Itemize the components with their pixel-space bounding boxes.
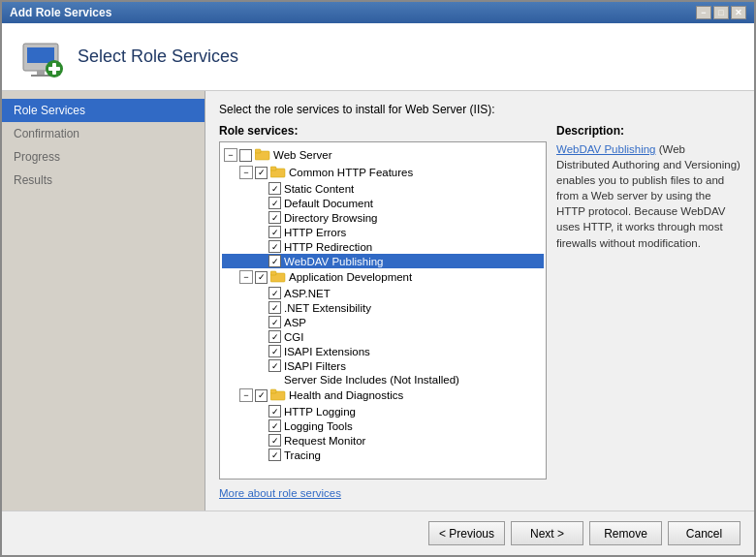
expand-button[interactable]: − xyxy=(224,148,237,162)
window-title: Add Role Services xyxy=(10,6,111,19)
description-content: WebDAV Publishing (Web Distributed Autho… xyxy=(556,141,740,251)
tree-item-label: Default Document xyxy=(284,198,373,209)
title-bar-buttons: − □ ✕ xyxy=(696,6,746,19)
role-services-panel: Role services: −Web Server−Common HTTP F… xyxy=(219,124,547,499)
maximize-button[interactable]: □ xyxy=(713,6,729,19)
tree-checkbox[interactable] xyxy=(239,149,252,162)
tree-item[interactable]: CGI xyxy=(222,329,544,344)
wizard-icon xyxy=(17,34,64,80)
tree-item-label: HTTP Redirection xyxy=(284,241,372,253)
tree-item-label: Tracing xyxy=(284,449,321,461)
sidebar-item-progress[interactable]: Progress xyxy=(2,145,205,169)
title-bar: Add Role Services − □ ✕ xyxy=(2,2,754,23)
sidebar: Role Services Confirmation Progress Resu… xyxy=(2,91,205,511)
tree-item[interactable]: Tracing xyxy=(222,448,544,462)
sidebar-item-confirmation[interactable]: Confirmation xyxy=(2,122,205,145)
tree-checkbox[interactable] xyxy=(268,301,281,314)
tree-item-label: .NET Extensibility xyxy=(284,302,371,314)
more-about-link[interactable]: More about role services xyxy=(219,487,341,499)
cancel-button[interactable]: Cancel xyxy=(668,521,740,545)
tree-checkbox[interactable] xyxy=(268,449,281,461)
tree-checkbox[interactable] xyxy=(268,255,281,267)
next-button[interactable]: Next > xyxy=(511,521,583,545)
tree-item-label: Health and Diagnostics xyxy=(289,389,403,401)
tree-checkbox[interactable] xyxy=(268,434,281,447)
description-panel: Description: WebDAV Publishing (Web Dist… xyxy=(556,124,740,499)
tree-item[interactable]: ISAPI Filters xyxy=(222,358,544,373)
tree-item[interactable]: ISAPI Extensions xyxy=(222,344,544,358)
tree-checkbox[interactable] xyxy=(255,389,268,402)
tree-checkbox[interactable] xyxy=(268,287,281,299)
svg-rect-8 xyxy=(255,149,261,153)
remove-button[interactable]: Remove xyxy=(589,521,662,545)
tree-checkbox[interactable] xyxy=(268,240,281,253)
tree-checkbox[interactable] xyxy=(268,211,281,224)
svg-rect-14 xyxy=(270,389,276,393)
wizard-title: Select Role Services xyxy=(78,46,238,67)
tree-item-label: ASP.NET xyxy=(284,288,331,299)
tree-item-label: WebDAV Publishing xyxy=(284,256,384,267)
tree-item[interactable]: Directory Browsing xyxy=(222,210,544,225)
svg-rect-10 xyxy=(270,167,276,170)
description-label: Description: xyxy=(556,124,740,138)
tree-checkbox[interactable] xyxy=(268,345,281,357)
svg-rect-3 xyxy=(31,75,50,77)
tree-checkbox[interactable] xyxy=(268,182,281,195)
expand-button[interactable]: − xyxy=(239,270,253,284)
tree-item[interactable]: Logging Tools xyxy=(222,418,544,433)
svg-rect-1 xyxy=(27,47,54,63)
tree-item[interactable]: HTTP Redirection xyxy=(222,239,544,254)
tree-checkbox[interactable] xyxy=(268,405,281,418)
tree-checkbox[interactable] xyxy=(255,271,268,284)
tree-item-label: Logging Tools xyxy=(284,420,353,432)
tree-item[interactable]: ASP.NET xyxy=(222,286,544,300)
role-services-tree[interactable]: −Web Server−Common HTTP FeaturesStatic C… xyxy=(219,141,547,480)
content-area: Select the role services to install for … xyxy=(205,91,754,511)
panel-row: Role services: −Web Server−Common HTTP F… xyxy=(219,124,740,499)
tree-checkbox[interactable] xyxy=(268,359,281,372)
tree-item-label: Directory Browsing xyxy=(284,212,378,224)
close-button[interactable]: ✕ xyxy=(731,6,746,19)
tree-item[interactable]: HTTP Logging xyxy=(222,404,544,418)
tree-item[interactable]: −Common HTTP Features xyxy=(222,164,544,181)
folder-icon xyxy=(270,269,286,285)
tree-item-label: ISAPI Filters xyxy=(284,360,346,372)
previous-button[interactable]: < Previous xyxy=(428,521,505,545)
expand-button[interactable]: − xyxy=(239,166,253,179)
role-services-label: Role services: xyxy=(219,124,547,138)
svg-rect-12 xyxy=(270,271,276,275)
tree-item[interactable]: WebDAV Publishing xyxy=(222,254,544,268)
tree-item-label: Application Development xyxy=(289,271,412,283)
tree-item-label: CGI xyxy=(284,331,303,343)
footer: < Previous Next > Remove Cancel xyxy=(2,511,754,555)
svg-rect-2 xyxy=(37,71,45,75)
tree-item[interactable]: ASP xyxy=(222,315,544,329)
tree-item-label: Request Monitor xyxy=(284,435,365,447)
description-link[interactable]: WebDAV Publishing xyxy=(556,143,656,155)
tree-checkbox[interactable] xyxy=(268,226,281,238)
tree-item[interactable]: HTTP Errors xyxy=(222,225,544,239)
tree-item[interactable]: Server Side Includes (Not Installed) xyxy=(222,373,544,387)
tree-item[interactable]: .NET Extensibility xyxy=(222,300,544,315)
tree-item[interactable]: Request Monitor xyxy=(222,433,544,448)
tree-item[interactable]: −Web Server xyxy=(222,146,544,164)
tree-checkbox[interactable] xyxy=(268,316,281,328)
tree-checkbox[interactable] xyxy=(268,419,281,432)
tree-item-label: Web Server xyxy=(273,149,332,161)
sidebar-item-role-services[interactable]: Role Services xyxy=(2,99,205,122)
description-text: (Web Distributed Authoring and Versionin… xyxy=(556,143,740,249)
tree-checkbox[interactable] xyxy=(268,330,281,343)
tree-item[interactable]: −Application Development xyxy=(222,268,544,286)
expand-button[interactable]: − xyxy=(239,388,253,402)
tree-item[interactable]: −Health and Diagnostics xyxy=(222,387,544,404)
tree-checkbox[interactable] xyxy=(268,197,281,209)
sidebar-item-results[interactable]: Results xyxy=(2,169,205,192)
tree-checkbox[interactable] xyxy=(255,167,268,179)
minimize-button[interactable]: − xyxy=(696,6,711,19)
main-content: Role Services Confirmation Progress Resu… xyxy=(2,91,754,511)
tree-item[interactable]: Default Document xyxy=(222,196,544,210)
svg-rect-6 xyxy=(48,67,60,71)
main-window: Add Role Services − □ ✕ Select Role Serv… xyxy=(0,0,756,557)
tree-item-label: HTTP Logging xyxy=(284,406,356,418)
tree-item[interactable]: Static Content xyxy=(222,181,544,196)
